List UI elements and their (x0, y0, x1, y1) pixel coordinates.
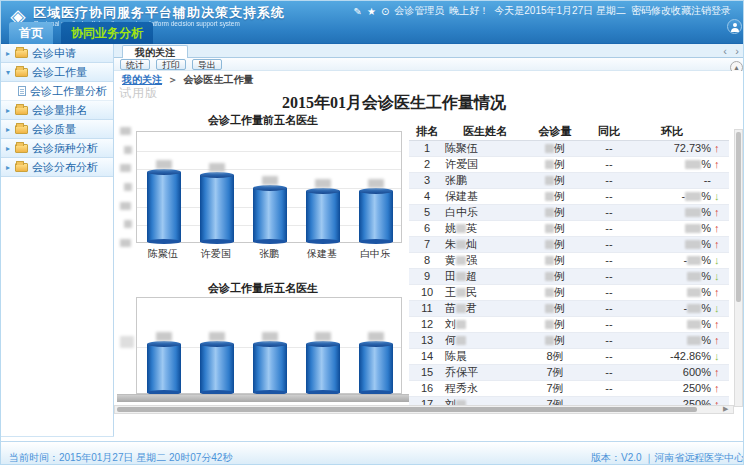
bar-value-redacted (209, 332, 225, 341)
rank-cell: 3 (409, 172, 445, 188)
pencil-icon[interactable]: ✎ (354, 6, 362, 17)
y-tick-redacted (124, 183, 132, 191)
trend-up-arrow-icon: ↑ (714, 206, 720, 218)
nav-tab-home[interactable]: 首页 (9, 22, 53, 44)
table-row: 15乔保平7例--600%↑ (409, 364, 729, 380)
table-row: 10王民例--%↑ (409, 284, 729, 300)
chevron-right-icon: ▸ (6, 158, 15, 177)
redacted-text (687, 320, 701, 329)
redacted-text (685, 208, 701, 217)
redacted-text (456, 272, 466, 281)
redacted-text (687, 272, 701, 281)
chart-3d-floor (117, 394, 409, 402)
nav-tab-collab-analysis[interactable]: 协同业务分析 (61, 22, 153, 44)
toolbar-button-统计[interactable]: 统计 (120, 59, 150, 70)
floating-user-icon[interactable] (727, 19, 742, 34)
doctor-name-link[interactable]: 田超 (445, 268, 525, 284)
trend-cell: ↓ (711, 252, 729, 268)
scroll-right-arrow-icon[interactable]: ▶ (723, 405, 728, 413)
yoy-cell: -- (585, 140, 633, 156)
horizontal-scrollbar[interactable]: ▶ (114, 405, 734, 414)
bar-value-redacted (315, 179, 331, 188)
header-link-密码修改[interactable]: 密码修改 (631, 5, 671, 16)
redacted-text (687, 304, 701, 313)
consult-volume-cell: 例 (525, 172, 585, 188)
rank-cell: 4 (409, 188, 445, 204)
header-link-收藏[interactable]: 收藏 (671, 5, 691, 16)
trend-cell: ↑ (711, 284, 729, 300)
sidebar-subitem-label: 会诊工作量分析 (30, 82, 107, 101)
rank-cell: 15 (409, 364, 445, 380)
doctor-name-link[interactable]: 白中乐 (445, 204, 525, 220)
star-icon[interactable]: ★ (367, 6, 376, 17)
sidebar-item-label: 会诊分布分析 (32, 158, 98, 177)
yoy-cell: -- (585, 172, 633, 188)
redacted-text (545, 288, 554, 297)
trend-down-arrow-icon: ↓ (714, 190, 720, 202)
trend-cell: ↓ (711, 300, 729, 316)
trend-cell: ↓ (711, 268, 729, 284)
doctor-name-link[interactable]: 何 (445, 332, 525, 348)
bar-value-redacted (262, 176, 278, 185)
doctor-name-link[interactable]: 乔保平 (445, 364, 525, 380)
yoy-cell: -- (585, 252, 633, 268)
document-icon (18, 86, 26, 96)
doctor-name-link[interactable]: 黄强 (445, 252, 525, 268)
sidebar-item-会诊工作量[interactable]: ▾会诊工作量 (1, 63, 113, 82)
mom-cell: % (633, 220, 711, 236)
table-row: 16程秀永7例--250%↑ (409, 380, 729, 396)
column-header: 排名 (409, 123, 445, 140)
trend-up-arrow-icon: ↑ (714, 286, 720, 298)
header-links: 密码修改收藏注销登录 (631, 4, 731, 18)
current-time: 当前时间：2015年01月27日 星期二 20时07分42秒 (9, 451, 232, 465)
doctor-name-link[interactable]: 许爱国 (445, 156, 525, 172)
doctor-name-link[interactable]: 苗君 (445, 300, 525, 316)
sidebar-item-会诊分布分析[interactable]: ▸会诊分布分析 (1, 158, 113, 177)
consult-volume-cell: 例 (525, 316, 585, 332)
vertical-scrollbar-thumb[interactable] (736, 132, 741, 302)
trend-cell: ↓ (711, 188, 729, 204)
yoy-cell: -- (585, 284, 633, 300)
sidebar-item-会诊质量[interactable]: ▸会诊质量 (1, 120, 113, 139)
tab-scroll-right-icon[interactable]: › (735, 45, 739, 57)
doctor-name-link[interactable]: 张鹏 (445, 172, 525, 188)
table-row: 4保建基例---%↓ (409, 188, 729, 204)
toolbar-button-打印[interactable]: 打印 (156, 59, 186, 70)
redacted-text (685, 224, 701, 233)
doctor-name-link[interactable]: 陈晨 (445, 348, 525, 364)
gridline (137, 151, 401, 152)
version-info: 版本：V2.0 ｜河南省远程医学中心 (591, 451, 744, 465)
doctor-name-link[interactable]: 姚英 (445, 220, 525, 236)
trend-cell (711, 172, 729, 188)
horizontal-scrollbar-thumb[interactable] (117, 407, 697, 412)
doctor-name-link[interactable]: 陈聚伍 (445, 140, 525, 156)
toolbar-button-导出[interactable]: 导出 (192, 59, 222, 70)
sidebar-item-会诊病种分析[interactable]: ▸会诊病种分析 (1, 139, 113, 158)
doctor-name-link[interactable]: 保建基 (445, 188, 525, 204)
header-link-注销登录[interactable]: 注销登录 (691, 5, 731, 16)
trend-up-arrow-icon: ↑ (714, 334, 720, 346)
doctor-name-link[interactable]: 朱灿 (445, 236, 525, 252)
rank-cell: 13 (409, 332, 445, 348)
consult-volume-cell: 例 (525, 188, 585, 204)
rank-cell: 10 (409, 284, 445, 300)
consult-volume-cell: 例 (525, 284, 585, 300)
consult-volume-cell: 例 (525, 204, 585, 220)
chevron-right-icon: ▸ (6, 101, 15, 120)
doctor-name-link[interactable]: 王民 (445, 284, 525, 300)
sidebar-item-会诊申请[interactable]: ▸会诊申请 (1, 44, 113, 63)
doctor-name-link[interactable]: 刘 (445, 316, 525, 332)
breadcrumb-link[interactable]: 我的关注 (122, 74, 162, 85)
vertical-scrollbar[interactable] (734, 129, 743, 407)
redacted-text (545, 208, 554, 217)
tab-scroll-left-icon[interactable]: ‹ (723, 45, 727, 57)
sidebar-subitem-会诊工作量分析[interactable]: 会诊工作量分析 (1, 82, 113, 101)
y-tick-redacted (120, 202, 131, 210)
doctor-name-link[interactable]: 程秀永 (445, 380, 525, 396)
tab-my-focus[interactable]: 我的关注 (122, 45, 188, 58)
trend-cell: ↑ (711, 220, 729, 236)
greeting: 晚上好！ (449, 4, 489, 18)
power-icon[interactable]: ⊙ (381, 6, 389, 17)
trend-down-arrow-icon: ↓ (714, 270, 720, 282)
sidebar-item-会诊量排名[interactable]: ▸会诊量排名 (1, 101, 113, 120)
